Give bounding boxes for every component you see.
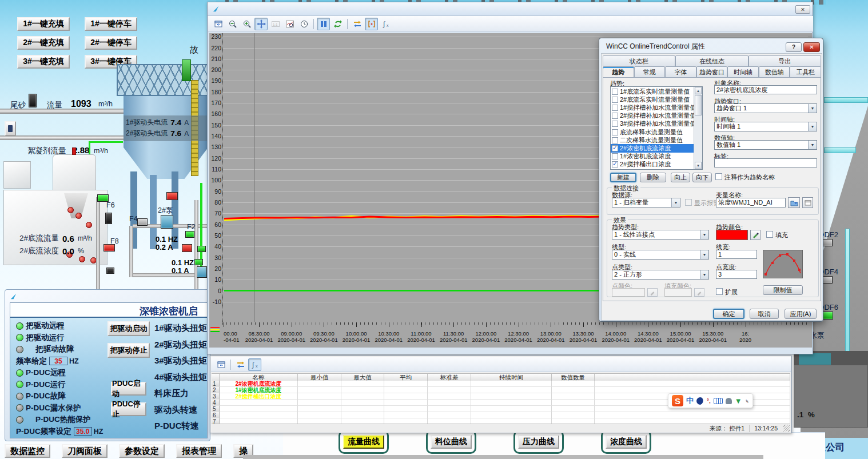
expand-checkbox[interactable]: [716, 288, 723, 295]
valve-icon[interactable]: [106, 268, 114, 274]
frequency-input[interactable]: 35.0: [74, 427, 92, 436]
nav-button[interactable]: 参数设定: [119, 444, 165, 458]
list-scrollbar[interactable]: ▲ ▼: [694, 87, 702, 169]
valve-icon[interactable]: [182, 244, 192, 252]
tag-input[interactable]: [714, 158, 817, 167]
line-width-input[interactable]: 1: [716, 250, 757, 259]
pump-icon[interactable]: [86, 222, 92, 228]
move-down-button[interactable]: 向下: [692, 173, 712, 182]
fill-checkbox[interactable]: [766, 231, 773, 238]
trend-list-item[interactable]: 二次稀释水流量测量值: [611, 136, 694, 144]
select-range-icon[interactable]: [365, 18, 378, 30]
time-range-icon[interactable]: [297, 18, 310, 30]
value-axis-select[interactable]: 数值轴 1▼: [714, 140, 817, 150]
pan-icon[interactable]: [254, 18, 268, 30]
help-icon[interactable]: ?: [786, 42, 802, 52]
pause-icon[interactable]: [317, 18, 330, 30]
valve-icon[interactable]: [194, 259, 203, 265]
valve-icon[interactable]: [197, 246, 206, 252]
tab[interactable]: 在线组态: [675, 55, 748, 66]
rake-stop-button[interactable]: 把驱动停止: [107, 343, 150, 358]
statistics-icon[interactable]: ∫x: [379, 18, 392, 30]
swap-axes-icon[interactable]: [351, 18, 364, 30]
tab[interactable]: 字体: [665, 66, 696, 77]
trend-list[interactable]: 1#底流泵实时流量测量值 2#底流泵实时流量测量值 1#搅拌槽补加水流量测量值: [610, 86, 703, 170]
skin-icon[interactable]: ▼: [735, 397, 742, 405]
variable-name-input[interactable]: 浓度\WMJ1_ND_AI: [716, 198, 786, 207]
curve-button[interactable]: 流量曲线: [343, 435, 384, 449]
new-button[interactable]: 新建: [610, 173, 636, 182]
one-key-button[interactable]: 2#一键停车: [85, 36, 137, 50]
trend-color-swatch[interactable]: [716, 230, 748, 240]
tag-properties-icon[interactable]: [802, 197, 813, 208]
moon-icon[interactable]: [696, 397, 704, 405]
one-key-button[interactable]: 1#一键停车: [85, 17, 137, 31]
line-type-select[interactable]: 0 - 实线▼: [612, 250, 709, 260]
one-to-one-icon[interactable]: 1:1: [269, 18, 282, 30]
tab[interactable]: 状态栏: [603, 55, 675, 66]
trend-checkbox[interactable]: [612, 161, 618, 167]
tab[interactable]: 工具栏: [790, 66, 821, 77]
one-key-button[interactable]: 1#一键充填: [17, 17, 70, 31]
nav-button[interactable]: 报表管理: [176, 444, 222, 458]
trend-checkbox[interactable]: [612, 121, 618, 127]
comment-checkbox[interactable]: [715, 173, 722, 180]
resize-grip[interactable]: [783, 425, 790, 432]
trend-list-item[interactable]: 2#搅拌桶出口浓度: [611, 161, 694, 169]
point-type-select[interactable]: 2 - 正方形▼: [612, 270, 709, 280]
trend-checkbox[interactable]: [612, 113, 618, 119]
tab[interactable]: 趋势: [603, 66, 634, 77]
flow-meter-icon[interactable]: [29, 94, 37, 107]
move-up-button[interactable]: 向上: [671, 173, 690, 182]
trend-checkbox[interactable]: [612, 145, 618, 151]
scroll-down-icon[interactable]: ▼: [695, 162, 702, 169]
valve-ddf6-icon[interactable]: [822, 312, 833, 320]
limits-button[interactable]: 限制值: [763, 285, 803, 295]
valve-F2-icon[interactable]: [185, 231, 194, 238]
curve-button[interactable]: 浓度曲线: [606, 435, 647, 449]
tab[interactable]: 时间轴: [727, 66, 759, 77]
sogou-logo-icon[interactable]: S: [672, 395, 683, 406]
wrench-icon[interactable]: ⌁: [742, 396, 751, 405]
valve-ddf2-icon[interactable]: [822, 239, 833, 246]
close-icon[interactable]: ✕: [803, 42, 820, 52]
pduc-start-button[interactable]: PDUC启动: [111, 382, 146, 396]
table-row[interactable]: 2 1#浓密机底流浓度: [212, 387, 790, 393]
valve-ddf4-icon[interactable]: [822, 276, 833, 284]
delete-button[interactable]: 删除: [640, 173, 666, 182]
color-picker-icon[interactable]: [750, 230, 761, 240]
trend-checkbox[interactable]: [612, 129, 618, 135]
curve-button[interactable]: 料位曲线: [431, 435, 472, 449]
trend-type-select[interactable]: 1 - 线性连接点▼: [612, 230, 709, 240]
curve-button[interactable]: 压力曲线: [518, 435, 559, 449]
object-name-input[interactable]: 2#浓密机底流浓度: [714, 85, 817, 94]
user-icon[interactable]: [726, 398, 732, 404]
trend-list-item[interactable]: 1#底流泵实时流量测量值: [611, 87, 694, 95]
apply-button[interactable]: 应用(A): [785, 309, 817, 319]
nav-button[interactable]: 刀阀面板: [62, 444, 107, 458]
trend-checkbox[interactable]: [612, 97, 618, 103]
zoom-in-icon[interactable]: [240, 18, 253, 30]
show-alarm-checkbox[interactable]: [685, 199, 692, 206]
pump-icon[interactable]: [197, 266, 207, 278]
valve-F4-icon[interactable]: [137, 218, 148, 226]
pump2-icon[interactable]: [161, 215, 173, 229]
lang-mode-icon[interactable]: 中: [686, 396, 694, 406]
exit-button[interactable]: [5, 121, 16, 136]
trend-window-titlebar[interactable]: ✕: [208, 2, 813, 16]
refresh-icon[interactable]: [331, 18, 344, 30]
swap-axes-icon[interactable]: [234, 358, 247, 371]
data-source-select[interactable]: 1 - 归档变量▼: [612, 198, 680, 207]
properties-icon[interactable]: [214, 358, 228, 371]
trend-list-item[interactable]: 3#搅拌槽补加水流量测量值: [611, 120, 694, 128]
zoom-out-icon[interactable]: [226, 18, 239, 30]
pduc-stop-button[interactable]: PDUC停止: [111, 402, 146, 416]
tab[interactable]: 趋势窗口: [696, 66, 728, 77]
density-meter-icon[interactable]: [105, 213, 112, 224]
tab[interactable]: 数值轴: [759, 66, 790, 77]
zoom-area-icon[interactable]: [283, 18, 296, 30]
punct-icon[interactable]: °,: [707, 398, 711, 404]
scroll-up-icon[interactable]: ▲: [695, 87, 702, 94]
tab[interactable]: 导出: [748, 55, 821, 66]
nav-button[interactable]: 数据监控: [5, 444, 50, 458]
